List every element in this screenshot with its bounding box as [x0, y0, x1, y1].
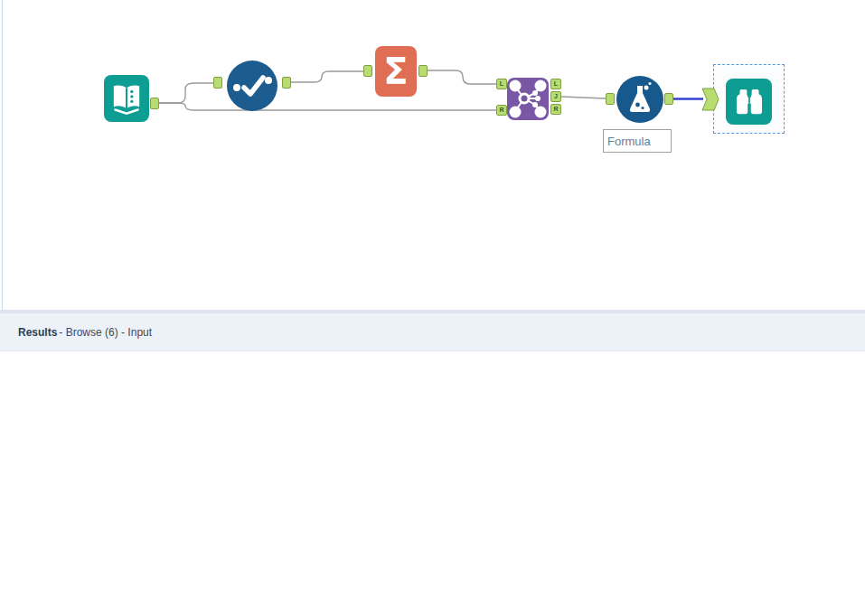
- input-output-port[interactable]: [150, 98, 159, 109]
- flask-icon: [616, 76, 663, 123]
- join-output-port-l-label: L: [550, 79, 561, 89]
- wire-join-to-formula[interactable]: [561, 97, 606, 98]
- select-check-icon: [227, 61, 277, 111]
- join-input-port-l-label: L: [496, 79, 507, 89]
- join-input-port-r-label: R: [496, 105, 507, 116]
- select-output-port[interactable]: [282, 77, 291, 89]
- connection-wires: [0, 0, 865, 310]
- wire-input-to-join-r[interactable]: [159, 103, 496, 110]
- wire-summarize-to-join-l[interactable]: [428, 70, 496, 84]
- select-tool[interactable]: [227, 61, 277, 111]
- formula-output-port[interactable]: [664, 93, 673, 105]
- binoculars-icon: [730, 83, 768, 121]
- workflow-canvas[interactable]: Σ L R L J R: [0, 0, 865, 310]
- select-input-port[interactable]: [213, 77, 222, 89]
- join-output-port-j-label: J: [550, 91, 561, 102]
- formula-input-port[interactable]: [606, 93, 615, 105]
- sigma-icon: Σ: [383, 53, 408, 89]
- browse-input-port[interactable]: [701, 88, 719, 111]
- formula-tool[interactable]: [616, 76, 663, 123]
- formula-annotation[interactable]: Formula: [603, 129, 672, 153]
- summarize-input-port[interactable]: [363, 65, 372, 77]
- join-tool[interactable]: [507, 78, 549, 120]
- results-subtitle: - Browse (6) - Input: [59, 326, 152, 339]
- results-panel-header: Results - Browse (6) - Input: [0, 313, 865, 351]
- open-book-icon: [108, 80, 145, 117]
- results-panel-body: ? 6 of 6 Fields ▾ Cell Viewer ▾ 6 record…: [0, 351, 865, 616]
- input-data-tool[interactable]: [104, 75, 149, 122]
- wire-select-to-summarize[interactable]: [291, 71, 363, 82]
- browse-tool[interactable]: [726, 79, 772, 125]
- alteryx-designer-window: Σ L R L J R: [0, 0, 865, 616]
- results-title: Results: [18, 326, 57, 339]
- join-output-port-r-label: R: [550, 104, 561, 115]
- summarize-tool[interactable]: Σ: [375, 46, 417, 97]
- join-network-icon: [507, 78, 549, 120]
- wire-input-to-select[interactable]: [159, 83, 213, 103]
- summarize-output-port[interactable]: [418, 65, 428, 77]
